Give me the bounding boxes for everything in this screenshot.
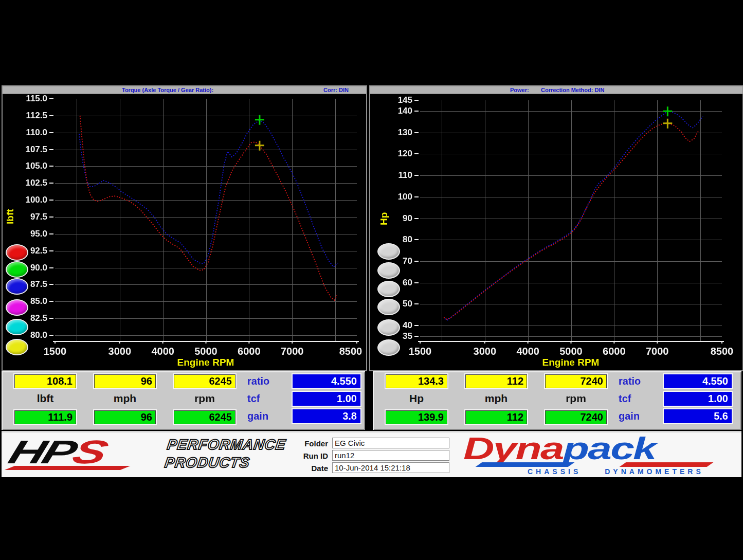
rpm-current-readout: 7240: [545, 410, 607, 424]
x-tick-label: 7000: [270, 346, 314, 357]
folder-label: Folder: [287, 439, 328, 449]
gain-label: gain: [247, 409, 288, 423]
runid-input[interactable]: run12: [332, 450, 449, 461]
ratio-field[interactable]: 4.550: [664, 374, 732, 388]
ratio-field[interactable]: 4.550: [293, 374, 360, 388]
x-tick-label: 6000: [592, 346, 636, 357]
dynapack-tagline: CHASSISDYNAMOMETERS: [528, 467, 704, 476]
run-color-swatch-cyan[interactable]: [6, 319, 28, 335]
y-tick-label: 97.5: [3, 212, 47, 222]
x-tick-label: 1500: [33, 346, 77, 357]
readout-unit-label: lbft: [14, 391, 76, 406]
hps-logo-hp: HP: [4, 433, 80, 471]
products-line: PRODUCTS: [164, 454, 284, 472]
folder-input[interactable]: EG Civic: [332, 438, 449, 448]
torque-corr-label: Corr: DIN: [323, 87, 349, 93]
power-current-readout: 139.9: [386, 410, 447, 424]
dynapack-logo-pack: pack: [563, 430, 656, 466]
y-tick-label: 105.0: [3, 161, 47, 171]
torque-title-bar: Torque (Axle Torque / Gear Ratio): Corr:…: [3, 86, 366, 94]
x-tick-label: 3000: [98, 346, 141, 357]
dynapack-logo: Dynapack CHASSISDYNAMOMETERS: [463, 432, 741, 477]
dynapack-logo-dyna: Dyna: [463, 430, 563, 466]
torque-current-readout: 111.9: [14, 410, 76, 424]
run-slot-slot-2[interactable]: [377, 262, 400, 279]
x-tick-label: 7000: [636, 346, 679, 357]
dynapack-app-window: Torque (Axle Torque / Gear Ratio): Corr:…: [0, 0, 743, 560]
run-color-swatch-red[interactable]: [6, 244, 28, 261]
y-tick-label: 115.0: [3, 94, 47, 104]
speed-current-readout: 96: [94, 410, 156, 424]
power-x-axis-label: Engine RPM: [519, 357, 622, 368]
tagline-dynamometers: DYNAMOMETERS: [605, 467, 704, 476]
y-tick-label: 110.0: [3, 128, 47, 138]
dynapack-swoosh-red: [620, 462, 714, 467]
hps-swoosh: [5, 466, 131, 470]
x-tick-label: 8500: [329, 346, 372, 357]
tcf-label: tcf: [247, 392, 288, 406]
run-color-swatch-green[interactable]: [6, 261, 28, 278]
x-tick-label: 1500: [398, 346, 442, 357]
x-tick-label: 4000: [506, 346, 550, 357]
readout-unit-label: mph: [465, 391, 527, 406]
date-input[interactable]: 10-Jun-2014 15:21:18: [332, 462, 449, 473]
speed-current-readout: 112: [465, 410, 527, 424]
y-tick-label: 95.0: [3, 229, 47, 239]
torque-plot-canvas[interactable]: [3, 86, 366, 370]
run-slot-slot-5[interactable]: [377, 319, 400, 336]
run-slot-slot-6[interactable]: [377, 339, 400, 356]
x-tick-label: 5000: [185, 346, 228, 357]
readout-unit-label: rpm: [545, 391, 607, 406]
power-corr-label: Correction Method: DIN: [541, 87, 604, 93]
x-tick-label: 8500: [700, 346, 743, 357]
y-tick-label: 112.5: [3, 111, 47, 121]
run-color-swatch-blue[interactable]: [6, 278, 28, 295]
power-title: Power:: [510, 87, 529, 93]
y-tick-label: 120: [370, 149, 412, 159]
x-tick-label: 5000: [550, 346, 593, 357]
speed-peak-readout: 96: [94, 374, 156, 388]
y-tick-label: 140: [370, 106, 412, 116]
ratio-label: ratio: [619, 374, 660, 388]
readout-unit-label: mph: [94, 391, 156, 406]
power-chart-panel: Power: Correction Method: DIN Hp Engine …: [369, 85, 743, 371]
runid-label: Run ID: [287, 451, 328, 461]
power-readout-panel: 134.3 Hp 139.9 112 mph 112 7240 rpm 7240…: [373, 371, 741, 430]
readout-unit-label: rpm: [174, 391, 235, 406]
y-tick-label: 100.0: [3, 195, 47, 205]
y-tick-label: 90: [370, 213, 412, 224]
tcf-label: tcf: [619, 392, 660, 406]
power-plot-canvas[interactable]: [370, 86, 742, 370]
rpm-peak-readout: 7240: [545, 374, 607, 388]
run-slot-slot-1[interactable]: [377, 243, 400, 260]
performance-line: PERFORMANCE: [166, 436, 287, 454]
x-tick-label: 6000: [227, 346, 270, 357]
gain-field[interactable]: 5.6: [664, 409, 732, 423]
run-slot-slot-4[interactable]: [377, 299, 400, 315]
x-tick-label: 3000: [463, 346, 506, 357]
tcf-field[interactable]: 1.00: [293, 392, 360, 406]
y-tick-label: 110: [370, 170, 412, 180]
dynapack-swoosh-blue: [476, 462, 575, 467]
rpm-peak-readout: 6245: [174, 374, 235, 388]
torque-readout-panel: 108.1 lbft 111.9 96 mph 96 6245 rpm 6245…: [2, 371, 365, 430]
run-color-swatch-yellow[interactable]: [6, 339, 28, 355]
y-tick-label: 100: [370, 192, 412, 202]
y-tick-label: 107.5: [3, 144, 47, 155]
run-color-swatch-magenta[interactable]: [6, 299, 28, 316]
rpm-current-readout: 6245: [174, 410, 235, 424]
torque-peak-readout: 108.1: [14, 374, 76, 388]
readout-unit-label: Hp: [386, 391, 447, 406]
power-peak-readout: 134.3: [386, 374, 447, 388]
x-tick-label: 4000: [141, 346, 185, 357]
run-slot-slot-3[interactable]: [377, 281, 400, 297]
date-label: Date: [287, 463, 328, 474]
speed-peak-readout: 112: [465, 374, 527, 388]
torque-title: Torque (Axle Torque / Gear Ratio):: [122, 87, 213, 93]
gain-label: gain: [619, 409, 660, 423]
y-tick-label: 102.5: [3, 178, 47, 188]
y-tick-label: 145: [370, 95, 412, 105]
gain-field[interactable]: 3.8: [293, 409, 360, 423]
y-tick-label: 130: [370, 128, 412, 138]
tcf-field[interactable]: 1.00: [664, 392, 732, 406]
